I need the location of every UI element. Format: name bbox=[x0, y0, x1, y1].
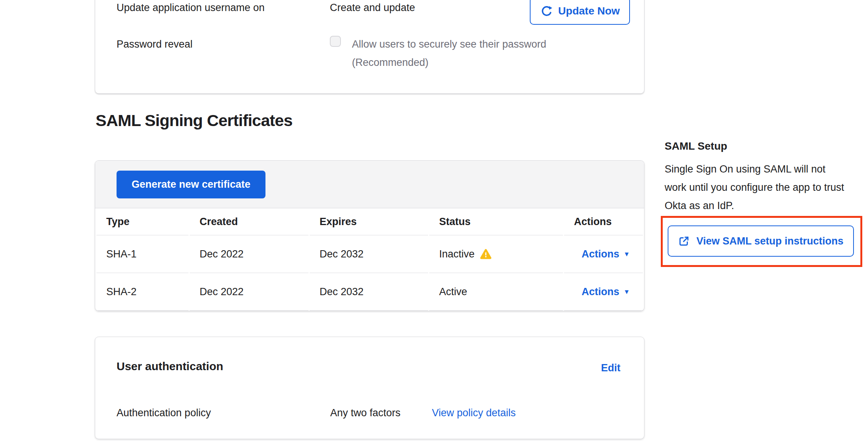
edit-link[interactable]: Edit bbox=[601, 362, 620, 374]
actions-label: Actions bbox=[582, 248, 619, 260]
status-text: Inactive bbox=[439, 248, 475, 260]
update-username-value: Create and update bbox=[330, 1, 415, 14]
table-header-row: Type Created Expires Status Actions bbox=[96, 209, 643, 235]
generate-certificate-button[interactable]: Generate new certificate bbox=[117, 171, 265, 198]
authentication-policy-label: Authentication policy bbox=[117, 406, 211, 419]
sign-on-settings-card: Update application username on Create an… bbox=[95, 0, 644, 94]
actions-label: Actions bbox=[582, 286, 619, 298]
update-now-button[interactable]: Update Now bbox=[530, 0, 630, 25]
user-authentication-title: User authentication bbox=[117, 360, 223, 373]
column-header-created: Created bbox=[190, 209, 309, 235]
cert-created: Dec 2022 bbox=[190, 273, 309, 311]
view-policy-details-link[interactable]: View policy details bbox=[432, 406, 516, 419]
external-link-icon bbox=[678, 235, 690, 247]
password-reveal-label: Password reveal bbox=[117, 38, 193, 51]
cert-actions: Actions ▼ bbox=[564, 235, 643, 273]
column-header-expires: Expires bbox=[310, 209, 428, 235]
cert-status: Active bbox=[429, 273, 563, 311]
cert-type: SHA-2 bbox=[96, 273, 189, 311]
chevron-down-icon: ▼ bbox=[623, 251, 630, 258]
saml-setup-description: Single Sign On using SAML will not work … bbox=[665, 160, 847, 215]
user-authentication-card: User authentication Edit Authentication … bbox=[95, 337, 644, 439]
column-header-type: Type bbox=[96, 209, 189, 235]
saml-settings-page: Update application username on Create an… bbox=[0, 0, 868, 441]
status-text: Active bbox=[439, 286, 467, 298]
password-reveal-description: Allow users to securely see their passwo… bbox=[352, 38, 546, 51]
warning-icon bbox=[480, 249, 492, 260]
saml-setup-title: SAML Setup bbox=[665, 140, 727, 152]
table-row-sha1: SHA-1 Dec 2022 Dec 2032 Inactive bbox=[96, 235, 643, 273]
certificates-table: Type Created Expires Status Actions SHA-… bbox=[95, 209, 644, 311]
cert-created: Dec 2022 bbox=[190, 235, 309, 273]
cert-status: Inactive bbox=[429, 235, 563, 273]
actions-dropdown[interactable]: Actions ▼ bbox=[582, 286, 630, 298]
chevron-down-icon: ▼ bbox=[623, 288, 630, 296]
view-saml-setup-instructions-button[interactable]: View SAML setup instructions bbox=[668, 225, 854, 257]
certificates-toolbar: Generate new certificate bbox=[95, 161, 644, 208]
password-reveal-checkbox[interactable] bbox=[330, 36, 341, 47]
page-title: SAML Signing Certificates bbox=[96, 111, 293, 130]
cert-type: SHA-1 bbox=[96, 235, 189, 273]
setup-instructions-label: View SAML setup instructions bbox=[696, 235, 843, 247]
actions-dropdown[interactable]: Actions ▼ bbox=[582, 248, 630, 260]
cert-expires: Dec 2032 bbox=[310, 235, 428, 273]
update-username-label: Update application username on bbox=[117, 1, 265, 14]
saml-certificates-panel: Generate new certificate Type Created Ex… bbox=[95, 160, 644, 311]
cert-expires: Dec 2032 bbox=[310, 273, 428, 311]
cert-actions: Actions ▼ bbox=[564, 273, 643, 311]
table-row-sha2: SHA-2 Dec 2022 Dec 2032 Active Actions ▼ bbox=[96, 273, 643, 311]
authentication-policy-value: Any two factors bbox=[330, 406, 401, 419]
refresh-icon bbox=[540, 5, 553, 18]
column-header-actions: Actions bbox=[564, 209, 643, 235]
password-reveal-description-2: (Recommended) bbox=[352, 56, 428, 69]
update-now-label: Update Now bbox=[558, 5, 620, 17]
column-header-status: Status bbox=[429, 209, 563, 235]
